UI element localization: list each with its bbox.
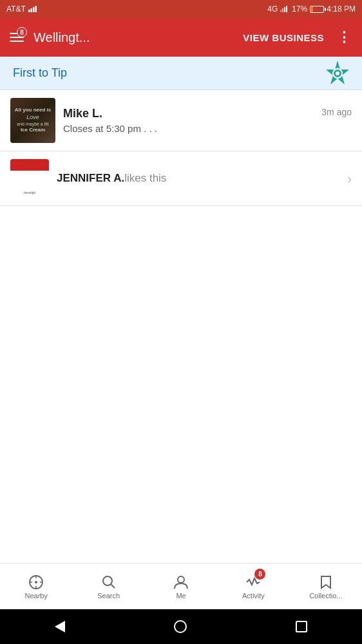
- likes-action: likes this: [124, 172, 166, 185]
- first-to-tip-banner[interactable]: First to Tip: [0, 57, 362, 90]
- app-title: Wellingt...: [33, 30, 235, 45]
- carrier-label: AT&T: [6, 5, 26, 14]
- mobile-signal-icon: [280, 6, 289, 12]
- svg-rect-2: [33, 7, 35, 12]
- battery-icon: [310, 6, 324, 13]
- svg-rect-4: [280, 10, 281, 12]
- lte-label: 4G: [267, 5, 278, 14]
- svg-point-21: [178, 576, 184, 583]
- svg-point-14: [35, 581, 37, 583]
- activity-thumb-2: receipt: [10, 159, 49, 198]
- first-to-tip-label: First to Tip: [13, 66, 67, 80]
- svg-rect-7: [286, 6, 287, 12]
- activity-thumb-1: All you need is Love and maybe a litt Ic…: [10, 98, 55, 143]
- person-icon: [173, 574, 189, 591]
- nav-item-nearby[interactable]: Nearby: [0, 564, 72, 609]
- svg-rect-5: [282, 8, 283, 12]
- chevron-right-icon: ›: [347, 171, 352, 186]
- search-icon: [100, 574, 117, 591]
- activity-item-jennifer[interactable]: receipt JENNIFER A. likes this ›: [0, 151, 362, 206]
- likes-content: JENNIFER A. likes this: [57, 172, 347, 185]
- menu-button[interactable]: 8: [5, 26, 28, 49]
- view-business-button[interactable]: VIEW BUSINESS: [240, 27, 327, 48]
- app-bar: 8 Wellingt... VIEW BUSINESS ⋮: [0, 18, 362, 57]
- recents-icon: [296, 621, 307, 632]
- activity-content-1: Mike L. 3m ago Closes at 5:30 pm . . .: [63, 107, 352, 134]
- battery-percent: 17%: [292, 5, 307, 14]
- activity-item-mike[interactable]: All you need is Love and maybe a litt Ic…: [0, 90, 362, 151]
- svg-point-10: [336, 71, 339, 75]
- nav-activity-label: Activity: [242, 592, 265, 600]
- svg-point-19: [103, 576, 112, 585]
- menu-badge: 8: [17, 27, 27, 37]
- android-nav-bar: [0, 609, 362, 644]
- activity-badge: 8: [254, 569, 265, 580]
- status-bar: AT&T 4G 17% 4:18 PM: [0, 0, 362, 18]
- home-icon: [174, 620, 187, 633]
- nav-search-label: Search: [97, 592, 120, 600]
- bottom-nav: Nearby Search Me 8 Activity: [0, 563, 362, 609]
- svg-rect-1: [30, 8, 32, 12]
- more-options-icon[interactable]: ⋮: [332, 26, 357, 48]
- home-button[interactable]: [174, 620, 187, 633]
- badge-star-icon: [323, 59, 352, 88]
- nav-item-collections[interactable]: Collectio...: [290, 564, 362, 609]
- activity-user-name: Mike L.: [63, 107, 102, 120]
- tip-badge: [323, 59, 352, 88]
- empty-area: [0, 206, 362, 515]
- back-button[interactable]: [55, 621, 65, 632]
- activity-time: 3m ago: [321, 107, 352, 117]
- svg-rect-6: [284, 7, 285, 12]
- nav-me-label: Me: [176, 592, 186, 600]
- activity-sub-text: Closes at 5:30 pm . . .: [63, 123, 352, 134]
- nav-item-me[interactable]: Me: [145, 564, 217, 609]
- liker-name: JENNIFER A.: [57, 172, 124, 185]
- svg-rect-0: [28, 10, 30, 12]
- svg-rect-3: [35, 6, 37, 12]
- nav-nearby-label: Nearby: [24, 592, 47, 600]
- nav-collections-label: Collectio...: [309, 592, 342, 600]
- svg-line-20: [111, 584, 115, 588]
- bookmark-icon: [318, 574, 334, 591]
- signal-icon: [28, 6, 37, 12]
- back-icon: [55, 621, 65, 632]
- nav-item-search[interactable]: Search: [72, 564, 144, 609]
- time-label: 4:18 PM: [327, 5, 356, 14]
- nav-item-activity[interactable]: 8 Activity: [217, 564, 289, 609]
- recents-button[interactable]: [296, 621, 307, 632]
- compass-icon: [28, 574, 44, 591]
